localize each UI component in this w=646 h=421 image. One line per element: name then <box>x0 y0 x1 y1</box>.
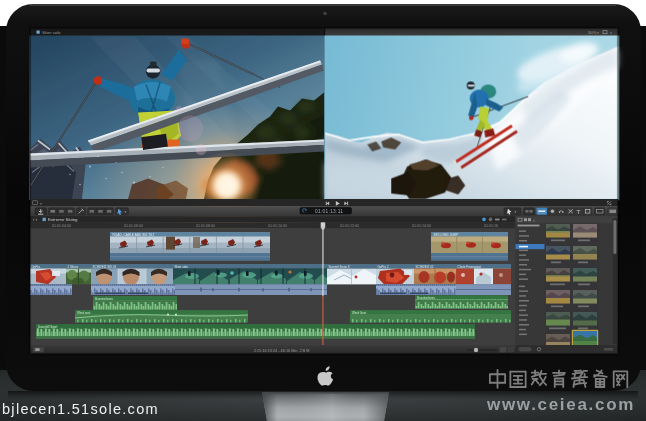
svg-text:01:01:04:00: 01:01:04:00 <box>52 224 71 228</box>
svg-text:Buzzing bees: Buzzing bees <box>95 297 114 301</box>
svg-text:bjlecen1.51sole.com: bjlecen1.51sole.com <box>2 401 159 417</box>
svg-text:2 Skiers: 2 Skiers <box>68 265 79 269</box>
svg-text:01:01:12:00: 01:01:12:00 <box>340 224 359 228</box>
svg-text:Wind Gust: Wind Gust <box>352 311 366 315</box>
svg-text:Summit Snow S: Summit Snow S <box>329 265 350 269</box>
svg-text:01:01:10:00: 01:01:10:00 <box>268 224 287 228</box>
svg-text:50%: 50% <box>588 30 597 35</box>
svg-text:ROAD, CABLE AND SKI TILT: ROAD, CABLE AND SKI TILT <box>113 233 155 237</box>
svg-text:Skier solo: Skier solo <box>175 265 189 269</box>
svg-text:‹ ›: ‹ › <box>33 217 38 222</box>
svg-text:Skier solo: Skier solo <box>42 30 61 35</box>
svg-text:01:01:16: 01:01:16 <box>484 224 498 228</box>
svg-text:Buzzing bees: Buzzing bees <box>417 296 436 300</box>
svg-text:2:25:16:13:24 - 46:16 Min, 2 B: 2:25:16:13:24 - 46:16 Min, 2 B M <box>254 349 309 353</box>
svg-text:▾: ▾ <box>597 31 599 35</box>
svg-text:Downhill Sport: Downhill Sport <box>38 325 58 329</box>
svg-text:01:01:14:00: 01:01:14:00 <box>412 224 431 228</box>
svg-text:01:01:06:00: 01:01:06:00 <box>124 224 143 228</box>
svg-text:GoPro: GoPro <box>32 265 41 269</box>
svg-text:▾: ▾ <box>515 210 517 214</box>
svg-text:SKI LONG JUMP: SKI LONG JUMP <box>434 233 459 237</box>
svg-text:SCHWEIZ 02: SCHWEIZ 02 <box>416 265 434 269</box>
svg-text:▾: ▾ <box>125 210 127 214</box>
svg-text:SCHWEIZ SKI 03: SCHWEIZ SKI 03 <box>93 265 117 269</box>
svg-text:GoPro 2: GoPro 2 <box>378 265 390 269</box>
svg-text:Chute Freerepeat: Chute Freerepeat <box>458 265 482 269</box>
svg-text:Wind gust: Wind gust <box>77 311 91 315</box>
svg-text:01:01:13:11: 01:01:13:11 <box>315 209 343 214</box>
svg-text:01:01:08:00: 01:01:08:00 <box>196 224 215 228</box>
svg-text:▾: ▾ <box>533 219 535 223</box>
svg-text:Extreme Skiing: Extreme Skiing <box>48 217 78 222</box>
svg-text:www.ceiea.com: www.ceiea.com <box>486 395 635 414</box>
svg-text:▾: ▾ <box>40 202 42 206</box>
svg-text:T: T <box>577 208 581 215</box>
svg-text:▾: ▾ <box>610 31 612 35</box>
